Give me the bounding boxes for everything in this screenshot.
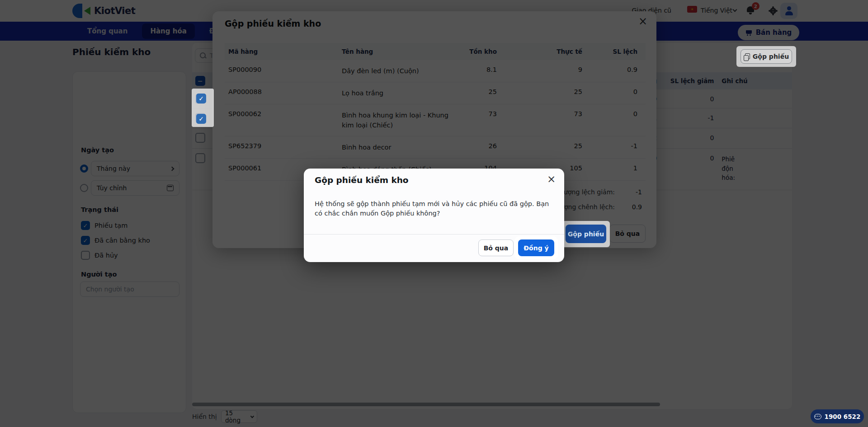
confirm-skip-button[interactable]: Bỏ qua xyxy=(478,239,514,256)
highlighted-merge-footer: Gộp phiếu xyxy=(562,221,610,247)
row-checkbox-2[interactable]: ✓ xyxy=(196,114,206,124)
merge-slips-button[interactable]: Gộp phiếu xyxy=(741,49,792,64)
confirm-dialog: Gộp phiếu kiểm kho × Hệ thống sẽ gộp thà… xyxy=(304,169,564,262)
merge-button-highlight[interactable]: Gộp phiếu xyxy=(566,225,606,243)
highlighted-row-checkboxes: ✓ ✓ xyxy=(192,89,214,127)
close-icon[interactable]: × xyxy=(547,173,556,185)
support-chat-button[interactable]: ··· 1900 6522 xyxy=(811,409,864,423)
chat-bubble-icon: ··· xyxy=(814,414,821,419)
confirm-title: Gộp phiếu kiểm kho xyxy=(315,175,409,185)
app-window: KiotViet Giao diện cũ ★ Tiếng Việt 2 Tổn… xyxy=(0,0,868,427)
highlighted-merge-toolbar: Gộp phiếu xyxy=(736,46,796,67)
copy-icon xyxy=(744,53,750,60)
confirm-message: Hệ thống sẽ gộp thành phiếu tạm mới và h… xyxy=(315,199,557,218)
confirm-agree-button[interactable]: Đồng ý xyxy=(518,239,554,256)
footer-divider xyxy=(304,234,564,235)
row-checkbox-1[interactable]: ✓ xyxy=(196,94,206,103)
